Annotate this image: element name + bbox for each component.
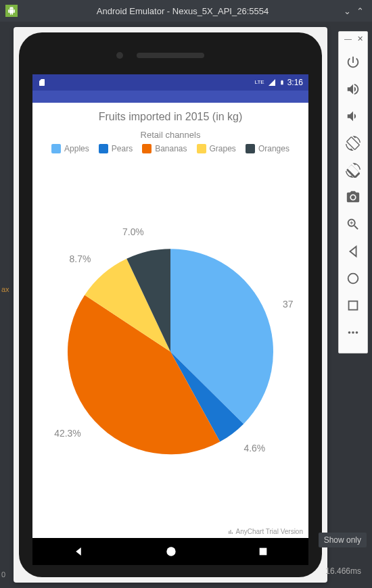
pie-wrap: 374.6%42.3%8.7%7.0% [37, 159, 304, 535]
legend-item[interactable]: Pears [99, 144, 133, 153]
nav-home-button[interactable] [164, 545, 178, 558]
legend: ApplesPearsBananasGrapesOranges [37, 144, 304, 153]
android-logo-icon [5, 5, 18, 17]
legend-item[interactable]: Grapes [197, 144, 236, 153]
nav-overview-button[interactable] [258, 546, 269, 557]
network-label: LTE [255, 80, 264, 85]
svg-point-3 [352, 331, 354, 334]
android-nav-bar [32, 538, 308, 565]
back-button[interactable] [340, 238, 367, 265]
chevron-down-icon[interactable]: ⌄ [344, 6, 351, 16]
slice-label: 4.6% [243, 442, 265, 453]
battery-icon [279, 78, 285, 87]
legend-swatch-icon [51, 144, 61, 153]
legend-swatch-icon [142, 144, 152, 153]
device-screen: LTE 3:16 Fruits imported in 2015 (in kg)… [32, 74, 308, 539]
slice-label: 8.7% [70, 253, 91, 264]
legend-title: Retail channels [37, 130, 304, 140]
minimize-button[interactable]: — [344, 34, 352, 43]
show-only-button[interactable]: Show only [319, 533, 367, 547]
sd-card-icon [38, 78, 46, 87]
screenshot-button[interactable] [340, 184, 367, 211]
power-button[interactable] [340, 49, 367, 76]
app-action-bar [32, 91, 308, 103]
svg-point-2 [348, 331, 351, 334]
rotate-left-button[interactable] [340, 130, 367, 157]
nav-back-button[interactable] [72, 545, 85, 558]
more-button[interactable] [340, 319, 367, 346]
volume-up-button[interactable] [340, 76, 367, 103]
zoom-button[interactable] [340, 211, 367, 238]
device-frame: LTE 3:16 Fruits imported in 2015 (in kg)… [14, 27, 327, 583]
phone-body: LTE 3:16 Fruits imported in 2015 (in kg)… [19, 32, 322, 577]
editor-fragment-zero: 0 [1, 570, 5, 579]
svg-rect-6 [260, 548, 267, 556]
window-controls: — ✕ [339, 34, 367, 43]
speaker-grille [137, 53, 204, 58]
svg-rect-1 [349, 301, 358, 310]
legend-label: Apples [64, 144, 89, 153]
pie-chart: 374.6%42.3%8.7%7.0% [42, 219, 299, 476]
volume-down-button[interactable] [340, 103, 367, 130]
window-title: Android Emulator - Nexus_5X_API_26:5554 [24, 6, 341, 16]
slice-label: 42.3% [54, 427, 80, 438]
legend-item[interactable]: Oranges [246, 144, 289, 153]
close-button[interactable]: ✕ [357, 34, 363, 43]
chart-container: Fruits imported in 2015 (in kg) Retail c… [32, 103, 308, 539]
legend-item[interactable]: Apples [51, 144, 89, 153]
svg-point-0 [348, 274, 358, 284]
legend-item[interactable]: Bananas [142, 144, 187, 153]
camera-icon [116, 52, 123, 59]
emulator-title-bar: Android Emulator - Nexus_5X_API_26:5554 … [0, 0, 372, 22]
legend-label: Pears [112, 144, 133, 153]
frame-time-label: 16.466ms [325, 566, 361, 576]
workspace: ax 0 Show only 16.466ms — ✕ [0, 22, 372, 588]
legend-label: Bananas [155, 144, 187, 153]
chart-title: Fruits imported in 2015 (in kg) [37, 111, 304, 123]
chart-watermark: AnyChart Trial Version [227, 528, 304, 535]
legend-swatch-icon [246, 144, 255, 153]
legend-label: Oranges [258, 144, 289, 153]
clock-label: 3:16 [287, 78, 303, 87]
signal-icon [267, 78, 277, 87]
emulator-side-toolbar: — ✕ [338, 31, 368, 353]
legend-swatch-icon [99, 144, 108, 153]
svg-point-4 [356, 331, 358, 334]
chevron-up-icon[interactable]: ⌃ [356, 6, 364, 16]
rotate-right-button[interactable] [340, 157, 367, 184]
svg-point-5 [166, 547, 175, 556]
android-status-bar: LTE 3:16 [32, 74, 308, 91]
overview-button[interactable] [340, 292, 367, 319]
home-button[interactable] [340, 265, 367, 292]
slice-label: 7.0% [122, 226, 144, 237]
legend-swatch-icon [197, 144, 206, 153]
slice-label: 37 [283, 298, 294, 309]
editor-fragment-ax: ax [1, 285, 9, 293]
legend-label: Grapes [210, 144, 236, 153]
